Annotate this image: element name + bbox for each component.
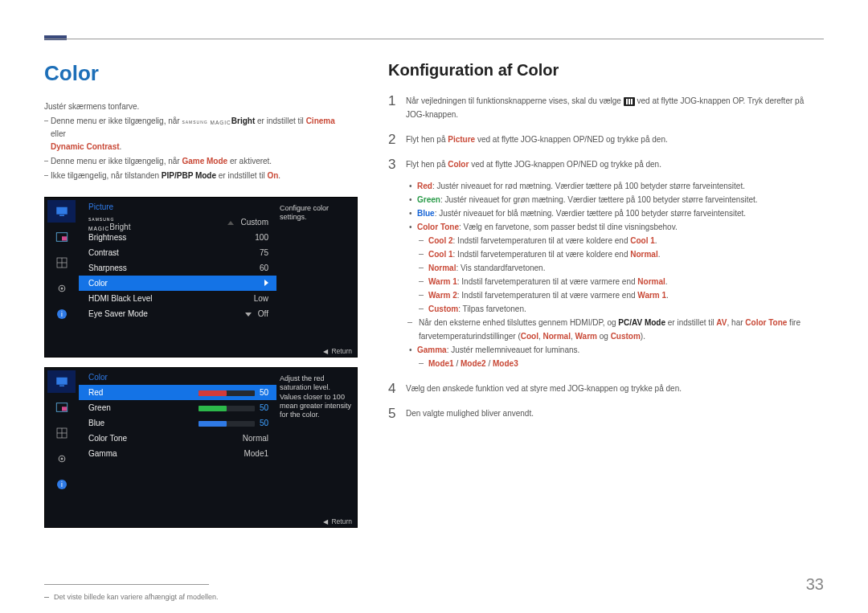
svg-point-8 <box>60 288 63 290</box>
svg-text:i: i <box>61 311 63 318</box>
sidebar-display-icon[interactable] <box>47 422 76 444</box>
osd-title: Picture <box>79 198 276 215</box>
note-3: Ikke tilgængelig, når tilstanden PIP/PBP… <box>44 170 350 182</box>
svg-rect-3 <box>62 236 67 240</box>
osd-row-gamma[interactable]: GammaMode1 <box>79 446 276 461</box>
osd-row-colortone[interactable]: Color ToneNormal <box>79 431 276 446</box>
note-1: Denne menu er ikke tilgængelig, når SAMS… <box>44 115 350 153</box>
osd-sidebar: i <box>47 200 76 325</box>
osd-color-panel: i Color Red 50 Green 50 Blue 50 <box>44 367 358 528</box>
osd-tip-2: Adjust the red saturation level. Values … <box>280 374 352 419</box>
svg-rect-1 <box>59 215 64 217</box>
osd-sidebar-2: i <box>47 370 76 496</box>
svg-text:i: i <box>61 481 63 488</box>
svg-rect-14 <box>62 407 67 411</box>
note-2: Denne menu er ikke tilgængelig, når Game… <box>44 155 350 168</box>
osd-footer[interactable]: ◀Return <box>323 347 352 355</box>
sidebar-settings-icon[interactable] <box>47 277 76 300</box>
sidebar-pip-icon[interactable] <box>47 396 76 419</box>
osd-row-hdmi[interactable]: HDMI Black LevelLow <box>79 291 276 306</box>
step-3: 3 Flyt hen på Color ved at flytte JOG-kn… <box>388 157 824 370</box>
sidebar-info-icon[interactable]: i <box>47 473 76 496</box>
osd-row-color-selected[interactable]: Color <box>79 276 276 291</box>
osd-row-eyesaver[interactable]: Eye Saver Mode Off <box>79 306 276 321</box>
sidebar-picture-icon[interactable] <box>47 200 76 223</box>
osd-picture-panel: i Picture SAMSUNGMAGICBright Custom Brig… <box>44 197 358 358</box>
sidebar-display-icon[interactable] <box>47 251 76 274</box>
sidebar-pip-icon[interactable] <box>47 226 76 248</box>
osd-row-blue[interactable]: Blue 50 <box>79 415 276 431</box>
page-number: 33 <box>806 575 824 594</box>
svg-rect-12 <box>59 386 64 387</box>
osd-row-contrast[interactable]: Contrast75 <box>79 245 276 260</box>
sidebar-picture-icon[interactable] <box>47 370 76 393</box>
step-4: 4 Vælg den ønskede funktion ved at styre… <box>388 382 824 395</box>
footnote: Det viste billede kan variere afhængigt … <box>44 593 350 601</box>
menu-icon <box>624 97 635 106</box>
sidebar-settings-icon[interactable] <box>47 447 76 470</box>
svg-rect-0 <box>56 207 68 215</box>
sidebar-info-icon[interactable]: i <box>47 303 76 325</box>
step-2: 2 Flyt hen på Picture ved at flytte JOG-… <box>388 133 824 146</box>
intro-text: Justér skærmens tonfarve. <box>44 100 350 113</box>
osd-title-2: Color <box>79 368 276 385</box>
svg-point-19 <box>60 458 63 460</box>
footnote-rule <box>44 584 209 585</box>
osd-tip: Configure color settings. <box>280 204 352 223</box>
osd-footer-2[interactable]: ◀Return <box>323 517 352 525</box>
osd-row-sharpness[interactable]: Sharpness60 <box>79 260 276 276</box>
step-1: 1 Når vejledningen til funktionsknappern… <box>388 94 824 121</box>
osd-row-green[interactable]: Green 50 <box>79 400 276 415</box>
osd-row-brightness[interactable]: Brightness100 <box>79 230 276 245</box>
page-title-right: Konfiguration af Color <box>388 61 824 80</box>
osd-row-red-selected[interactable]: Red 50 <box>79 385 276 400</box>
osd-row-bright[interactable]: SAMSUNGMAGICBright Custom <box>79 215 276 230</box>
svg-rect-11 <box>56 378 68 385</box>
page-title-left: Color <box>44 61 350 86</box>
step-5: 5 Den valgte mulighed bliver anvendt. <box>388 407 824 420</box>
